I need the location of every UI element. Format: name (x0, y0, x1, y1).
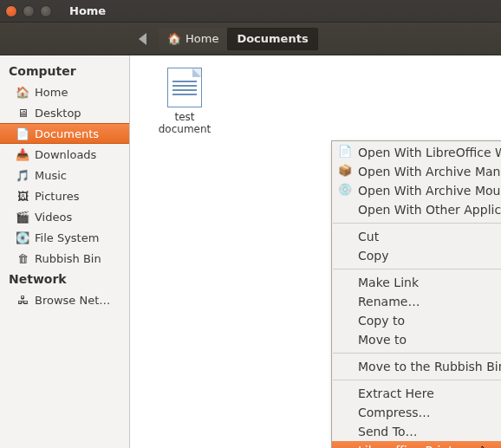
sidebar-item-browse-net[interactable]: 🖧Browse Net… (0, 289, 129, 310)
music-icon: 🎵 (16, 169, 29, 182)
menu-item-cut[interactable]: Cut (332, 227, 501, 246)
open-archive-mgr-icon: 📦 (338, 164, 352, 177)
minimize-window-button[interactable] (23, 5, 35, 17)
menu-item-label: Open With Other Application… (358, 203, 501, 217)
open-archive-mount-icon: 💿 (338, 183, 352, 196)
pictures-icon: 🖼 (16, 190, 29, 203)
desktop-icon: 🖥 (16, 107, 29, 120)
sidebar-section-header: Computer (0, 61, 129, 81)
menu-item-open-archive-mount[interactable]: 💿Open With Archive Mounter (332, 181, 501, 200)
filesystem-icon: 💽 (16, 231, 29, 244)
menu-item-move-to[interactable]: Move to (332, 330, 501, 349)
menu-separator (333, 223, 501, 224)
sidebar-item-label: Home (35, 86, 68, 99)
sidebar-item-label: Videos (35, 211, 72, 224)
home-icon: 🏠 (167, 32, 181, 45)
menu-item-label: Copy (358, 249, 389, 263)
menu-item-make-link[interactable]: Make Link (332, 273, 501, 292)
breadcrumb-current[interactable]: Documents (227, 28, 317, 50)
menu-item-send-to[interactable]: Send To… (332, 422, 501, 441)
maximize-window-button[interactable] (40, 5, 52, 17)
sidebar-item-music[interactable]: 🎵Music (0, 165, 129, 185)
document-file-icon (167, 68, 202, 107)
menu-separator (333, 380, 501, 380)
menu-item-label: Open With Archive Mounter (358, 184, 501, 198)
back-button[interactable] (139, 33, 146, 45)
sidebar-item-desktop[interactable]: 🖥Desktop (0, 102, 129, 123)
videos-icon: 🎬 (16, 211, 29, 224)
sidebar-item-label: Downloads (35, 148, 96, 161)
browse-net-icon: 🖧 (16, 294, 29, 307)
menu-item-label: Open With Archive Manager (358, 165, 501, 179)
breadcrumb-label: Documents (237, 32, 308, 45)
home-icon: 🏠 (16, 86, 29, 99)
open-writer-icon: 📄 (338, 145, 352, 158)
menu-item-label: Copy to (358, 314, 405, 328)
menu-item-open-writer[interactable]: 📄Open With LibreOffice Writer (332, 143, 501, 162)
menu-item-trash[interactable]: Move to the Rubbish Bin (332, 357, 501, 376)
menu-item-label: Libreoffice Print (358, 444, 453, 448)
window-title: Home (69, 4, 106, 17)
menu-item-copy-to[interactable]: Copy to (332, 311, 501, 330)
breadcrumb-home[interactable]: 🏠 Home (159, 28, 227, 50)
titlebar: Home (0, 0, 501, 23)
sidebar-item-downloads[interactable]: 📥Downloads (0, 144, 129, 165)
menu-item-open-other[interactable]: Open With Other Application… (332, 200, 501, 219)
menu-separator (333, 269, 501, 269)
sidebar: Computer🏠Home🖥Desktop📄Documents📥Download… (0, 55, 130, 448)
menu-item-label: Compress… (358, 406, 431, 419)
menu-item-lo-print[interactable]: Libreoffice Print (332, 441, 501, 448)
sidebar-item-label: File System (35, 231, 99, 244)
file-item[interactable]: test document (154, 68, 215, 135)
downloads-icon: 📥 (16, 148, 29, 161)
menu-item-label: Extract Here (358, 386, 434, 400)
menu-item-copy[interactable]: Copy (332, 246, 501, 265)
menu-item-open-archive-mgr[interactable]: 📦Open With Archive Manager (332, 162, 501, 181)
sidebar-item-label: Browse Net… (35, 294, 110, 307)
menu-item-label: Move to the Rubbish Bin (358, 360, 501, 373)
sidebar-item-label: Music (35, 169, 67, 182)
context-menu: 📄Open With LibreOffice Writer📦Open With … (331, 140, 501, 448)
path-toolbar: 🏠 Home Documents (0, 23, 501, 55)
sidebar-item-documents[interactable]: 📄Documents (0, 123, 129, 144)
sidebar-item-filesystem[interactable]: 💽File System (0, 227, 129, 248)
menu-separator (333, 353, 501, 354)
sidebar-item-label: Rubbish Bin (35, 252, 101, 265)
menu-item-label: Move to (358, 333, 407, 347)
sidebar-item-videos[interactable]: 🎬Videos (0, 206, 129, 227)
menu-item-label: Make Link (358, 276, 419, 289)
menu-item-label: Open With LibreOffice Writer (358, 146, 501, 159)
sidebar-item-pictures[interactable]: 🖼Pictures (0, 185, 129, 206)
menu-item-extract[interactable]: Extract Here (332, 384, 501, 403)
sidebar-item-label: Documents (35, 127, 99, 140)
sidebar-section-header: Network (0, 269, 129, 289)
menu-item-label: Rename… (358, 295, 420, 308)
menu-item-rename[interactable]: Rename… (332, 292, 501, 311)
sidebar-item-home[interactable]: 🏠Home (0, 81, 129, 102)
close-window-button[interactable] (5, 5, 17, 17)
menu-item-compress[interactable]: Compress… (332, 403, 501, 422)
sidebar-item-label: Desktop (35, 107, 81, 120)
file-name: test document (154, 111, 215, 135)
documents-icon: 📄 (16, 127, 29, 140)
sidebar-item-label: Pictures (35, 190, 79, 203)
menu-item-label: Send To… (358, 425, 417, 438)
file-pane[interactable]: test document 📄Open With LibreOffice Wri… (130, 55, 501, 448)
breadcrumb-label: Home (185, 32, 218, 45)
sidebar-item-rubbish[interactable]: 🗑Rubbish Bin (0, 248, 129, 269)
menu-item-label: Cut (358, 230, 379, 243)
rubbish-icon: 🗑 (16, 252, 29, 265)
